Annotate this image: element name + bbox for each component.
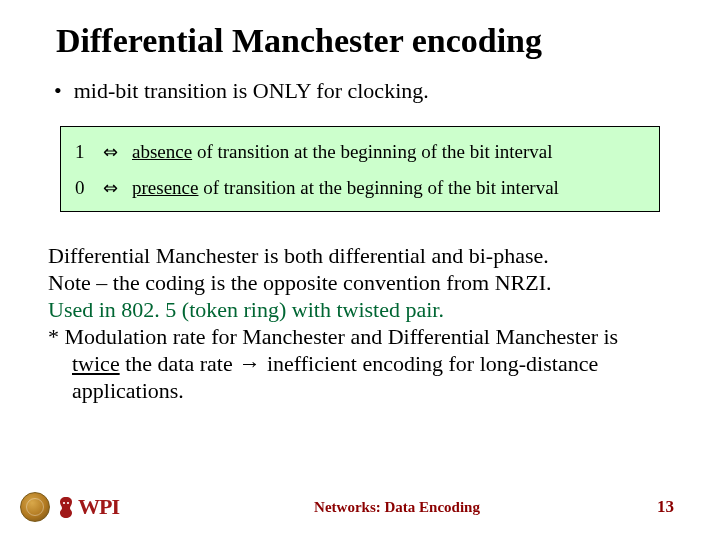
seal-icon: [20, 492, 50, 522]
svg-point-0: [63, 502, 65, 504]
wpi-logo: WPI: [56, 494, 119, 520]
body-line-3: Used in 802. 5 (token ring) with twisted…: [48, 296, 672, 323]
page-number: 13: [634, 497, 674, 517]
body-mid: the data rate: [120, 351, 233, 376]
rules-box: 1 ⇔ absence of transition at the beginni…: [60, 126, 660, 212]
double-arrow-icon: ⇔: [103, 177, 118, 199]
rule-row-1: 1 ⇔ absence of transition at the beginni…: [75, 141, 645, 163]
rule-keyword: absence: [132, 141, 192, 162]
body-underline-twice: twice: [72, 351, 120, 376]
rule-bit: 1: [75, 141, 103, 163]
bullet-marker: •: [54, 78, 62, 104]
rule-row-0: 0 ⇔ presence of transition at the beginn…: [75, 177, 645, 199]
bullet-text: mid-bit transition is ONLY for clocking.: [74, 78, 429, 104]
rule-rest: of transition at the beginning of the bi…: [198, 177, 558, 198]
body-line-1: Differential Manchester is both differen…: [48, 242, 672, 269]
double-arrow-icon: ⇔: [103, 141, 118, 163]
body-line-4b: twice the data rate → inefficient encodi…: [48, 350, 672, 377]
body-post: inefficient encoding for long-distance: [267, 351, 598, 376]
body-line-4a: * Modulation rate for Manchester and Dif…: [48, 323, 672, 350]
footer-title: Networks: Data Encoding: [160, 499, 634, 516]
slide-footer: WPI Networks: Data Encoding 13: [0, 492, 720, 522]
right-arrow-icon: →: [233, 351, 267, 376]
wpi-text: WPI: [78, 494, 119, 520]
rule-text: absence of transition at the beginning o…: [132, 141, 553, 163]
rule-rest: of transition at the beginning of the bi…: [192, 141, 552, 162]
svg-point-1: [67, 502, 69, 504]
body-line-4c: applications.: [48, 377, 672, 404]
rule-text: presence of transition at the beginning …: [132, 177, 559, 199]
rule-keyword: presence: [132, 177, 198, 198]
wpi-head-icon: [56, 495, 76, 519]
slide-title: Differential Manchester encoding: [56, 22, 672, 60]
body-text: Differential Manchester is both differen…: [48, 242, 672, 404]
body-line-2: Note – the coding is the opposite conven…: [48, 269, 672, 296]
bullet-item: • mid-bit transition is ONLY for clockin…: [54, 78, 672, 104]
brand-logo: WPI: [20, 492, 160, 522]
rule-bit: 0: [75, 177, 103, 199]
